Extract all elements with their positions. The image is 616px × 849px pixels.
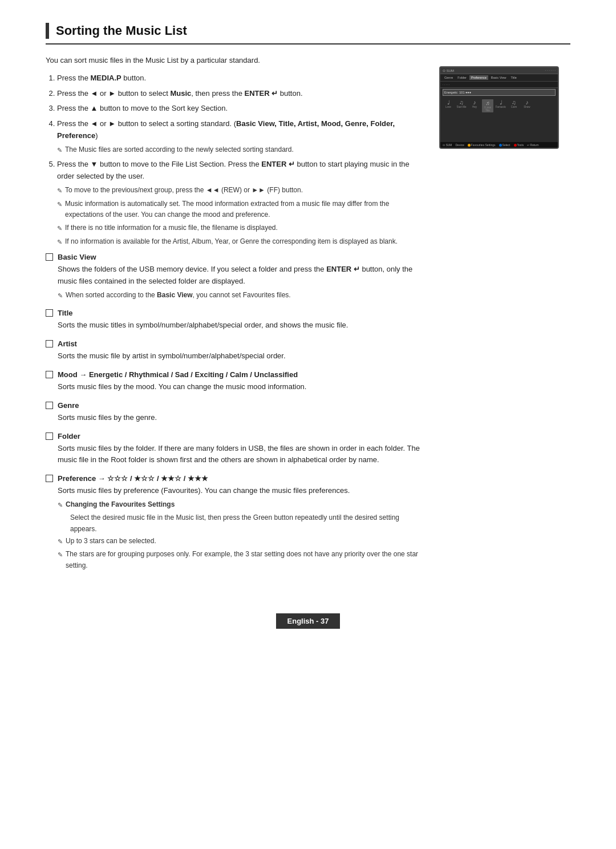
- tv-top-bar: ⊙ SUM · · · · · ·: [440, 67, 558, 74]
- tv-btn-fav: Favourites Settings: [468, 143, 496, 147]
- pref-note3: The stars are for grouping purposes only…: [66, 549, 425, 571]
- tv-item-3: ♪ Hey: [469, 99, 480, 112]
- tv-sub-tab-dots: · · · · ·: [443, 83, 450, 86]
- note-icon-pref2: ✎: [58, 537, 63, 547]
- steps-list: Press the MEDIA.P button. Press the ◄ or…: [57, 72, 425, 247]
- content-area: You can sort music files in the Music Li…: [46, 55, 570, 579]
- tv-mood-highlight: Energetic 101 ●●●: [443, 89, 556, 96]
- pref-note1: Changing the Favourites Settings: [66, 499, 175, 510]
- step-5: Press the ▼ button to move to the File L…: [57, 159, 425, 247]
- section-genre-header: Genre: [46, 401, 425, 410]
- tv-tab-bar: Genre Folder Preference Basic View Title: [440, 74, 558, 82]
- step-4: Press the ◄ or ► button to select a sort…: [57, 118, 425, 155]
- section-mood-body: Sorts music files by the mood. You can c…: [58, 381, 425, 393]
- music-note-4: ♬: [485, 100, 490, 106]
- music-label-5: Fantastic: [496, 106, 506, 108]
- music-note-1: ♩: [447, 99, 450, 106]
- section-basic-view: Basic View Shows the folders of the USB …: [46, 253, 425, 301]
- note-icon-pref1: ✎: [58, 500, 63, 511]
- tv-source: ⊙ SUM: [443, 68, 454, 72]
- section-artist-header: Artist: [46, 339, 425, 348]
- note-icon-bv: ✎: [58, 291, 63, 301]
- section-artist: Artist Sorts the music file by artist in…: [46, 339, 425, 362]
- tv-dot-blue: [499, 144, 502, 147]
- section-basic-view-title: Basic View: [58, 253, 96, 261]
- music-label-3: Hey: [472, 106, 477, 108]
- tv-bottom-bar: ⊙ SUM Device Favourites Settings Select …: [440, 142, 558, 148]
- section-artist-title: Artist: [58, 339, 77, 348]
- tv-item-2: ♫ Start Me: [456, 99, 467, 112]
- tv-tab-folder: Folder: [456, 75, 468, 80]
- tv-sub-tabs: · · · · ·: [440, 82, 558, 88]
- tv-btn-tools: Tools: [514, 143, 524, 147]
- note-icon-5c: ✎: [57, 224, 62, 234]
- section-title-label: Title: [58, 309, 73, 317]
- checkbox-folder: [46, 432, 53, 440]
- section-preference-body: Sorts music files by preference (Favouri…: [58, 485, 425, 571]
- tv-dots: · · · · · ·: [545, 68, 556, 72]
- tv-device-label: Device: [456, 143, 464, 147]
- tv-screenshot: ⊙ SUM · · · · · · Genre Folder Preferenc…: [439, 66, 559, 149]
- checkbox-genre: [46, 402, 53, 409]
- section-mood-title: Mood → Energetic / Rhythmical / Sad / Ex…: [58, 370, 298, 379]
- music-label-1: Love: [445, 106, 451, 108]
- section-mood: Mood → Energetic / Rhythmical / Sad / Ex…: [46, 370, 425, 393]
- section-basic-view-header: Basic View: [46, 253, 425, 261]
- tv-item-6: ♫ Calm: [508, 99, 520, 112]
- music-note-3: ♪: [473, 99, 476, 106]
- note-icon-5b: ✎: [57, 200, 62, 210]
- tv-fav-label: Favourites Settings: [471, 143, 496, 147]
- checkbox-basic-view: [46, 253, 53, 261]
- tv-tab-title: Title: [509, 75, 518, 80]
- tv-tab-basicview: Basic View: [489, 75, 508, 80]
- music-note-2: ♫: [459, 99, 464, 106]
- music-label-6: Calm: [511, 106, 517, 108]
- pref-note1-detail: Select the desired music file in the Mus…: [70, 512, 425, 534]
- tv-tab-genre: Genre: [443, 75, 455, 80]
- intro-paragraph: You can sort music files in the Music Li…: [46, 55, 425, 67]
- section-title-header: Title: [46, 309, 425, 317]
- section-preference-title: Preference → ☆☆☆ / ★☆☆ / ★★☆ / ★★★: [58, 474, 208, 483]
- tv-item-5: ♩ Fantastic: [495, 99, 506, 112]
- main-text-area: You can sort music files in the Music Li…: [46, 55, 425, 579]
- note-icon-pref3: ✎: [58, 550, 63, 560]
- step-3: Press the ▲ button to move to the Sort k…: [57, 103, 425, 115]
- tv-return-label: ↩ Return: [527, 143, 538, 147]
- tv-tab-preference: Preference: [469, 75, 488, 80]
- step-1: Press the MEDIA.P button.: [57, 72, 425, 84]
- section-folder-body: Sorts music files by the folder. If ther…: [58, 443, 425, 467]
- music-label-2: Start Me: [456, 106, 466, 108]
- page-title-section: Sorting the Music List: [46, 23, 570, 45]
- section-basic-view-body: Shows the folders of the USB memory devi…: [58, 264, 425, 301]
- section-folder-header: Folder: [46, 432, 425, 440]
- tv-select-label: Select: [502, 143, 510, 147]
- note-icon-5a: ✎: [57, 186, 62, 196]
- music-label-7: Show: [524, 106, 530, 108]
- music-label-4: I Love You: [483, 106, 493, 112]
- step4-note: The Music files are sorted according to …: [65, 144, 294, 155]
- section-artist-body: Sorts the music file by artist in symbol…: [58, 350, 425, 362]
- checkbox-artist: [46, 340, 53, 347]
- checkbox-mood: [46, 371, 53, 378]
- tv-dot-red: [514, 144, 517, 147]
- tv-item-1: ♩ Love: [443, 99, 454, 112]
- section-preference: Preference → ☆☆☆ / ★☆☆ / ★★☆ / ★★★ Sorts…: [46, 474, 425, 571]
- section-folder: Folder Sorts music files by the folder. …: [46, 432, 425, 467]
- tv-item-7: ♪ Show: [521, 99, 533, 112]
- footer-area: English - 37: [46, 613, 570, 629]
- tv-source-label: ⊙ SUM: [443, 143, 452, 147]
- tv-dot-yellow: [468, 144, 471, 147]
- step5-note1: To move to the previous/next group, pres…: [65, 185, 303, 196]
- tv-music-grid: ♩ Love ♫ Start Me ♪ Hey ♬ I Love You: [440, 97, 558, 116]
- section-preference-header: Preference → ☆☆☆ / ★☆☆ / ★★☆ / ★★★: [46, 474, 425, 483]
- tv-item-4-selected: ♬ I Love You: [482, 99, 493, 112]
- tv-btn-return: ↩ Return: [527, 143, 538, 147]
- note-icon: ✎: [57, 145, 62, 156]
- step5-note2: Music information is automatically set. …: [65, 199, 425, 220]
- section-genre-title: Genre: [58, 401, 79, 410]
- section-folder-title: Folder: [58, 432, 80, 440]
- step5-note4: If no information is available for the A…: [65, 236, 398, 247]
- title-bar-decoration: [46, 23, 49, 39]
- music-note-7: ♪: [526, 99, 529, 106]
- section-genre-body: Sorts music files by the genre.: [58, 412, 425, 424]
